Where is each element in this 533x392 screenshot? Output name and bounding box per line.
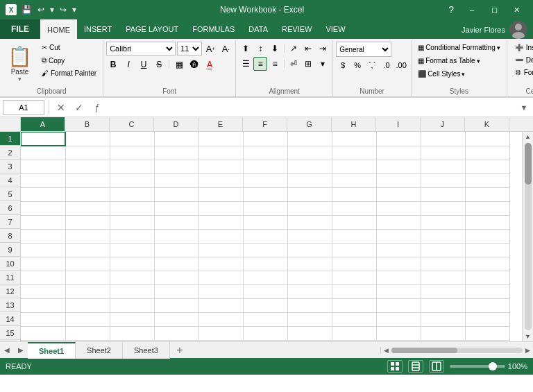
hscroll-right-button[interactable]: ▶ bbox=[525, 347, 530, 354]
cell-I12[interactable] bbox=[376, 284, 421, 298]
number-format-select[interactable]: GeneralNumberCurrencyAccountingDate bbox=[336, 42, 391, 57]
scroll-down-button[interactable]: ▼ bbox=[523, 332, 532, 341]
help-button[interactable]: ? bbox=[446, 3, 457, 17]
cell-K13[interactable] bbox=[465, 298, 509, 312]
cell-K3[interactable] bbox=[465, 160, 509, 173]
cell-D4[interactable] bbox=[154, 173, 198, 187]
cell-A13[interactable] bbox=[21, 298, 65, 312]
tab-data[interactable]: DATA bbox=[242, 19, 275, 39]
increase-font-button[interactable]: A+ bbox=[203, 42, 217, 56]
cell-K11[interactable] bbox=[465, 271, 509, 284]
restore-button[interactable]: ◻ bbox=[483, 0, 505, 19]
cell-C4[interactable] bbox=[110, 173, 154, 187]
cell-A15[interactable] bbox=[21, 326, 65, 340]
cell-C8[interactable] bbox=[110, 229, 154, 243]
cell-H13[interactable] bbox=[332, 298, 376, 312]
cell-H15[interactable] bbox=[332, 326, 376, 340]
cell-A2[interactable] bbox=[21, 146, 65, 160]
sheet-next-button[interactable]: ▶ bbox=[14, 342, 28, 359]
col-header-I[interactable]: I bbox=[376, 117, 421, 131]
vertical-scrollbar[interactable]: ▲ ▼ bbox=[522, 132, 533, 341]
cell-G14[interactable] bbox=[287, 312, 332, 326]
cell-K4[interactable] bbox=[465, 173, 509, 187]
cell-F4[interactable] bbox=[243, 173, 287, 187]
cell-H11[interactable] bbox=[332, 271, 376, 284]
cell-F5[interactable] bbox=[243, 187, 287, 201]
cell-K2[interactable] bbox=[465, 146, 509, 160]
zoom-thumb[interactable] bbox=[489, 362, 497, 370]
cell-G13[interactable] bbox=[287, 298, 332, 312]
format-painter-button[interactable]: 🖌 Format Painter bbox=[38, 67, 100, 79]
decrease-decimal-button[interactable]: .00 bbox=[394, 58, 408, 72]
sheet-tab-2[interactable]: Sheet2 bbox=[76, 342, 123, 359]
tab-page-layout[interactable]: PAGE LAYOUT bbox=[119, 19, 185, 39]
row-header-13[interactable]: 13 bbox=[0, 298, 20, 312]
tab-insert[interactable]: INSERT bbox=[77, 19, 119, 39]
cell-F7[interactable] bbox=[243, 215, 287, 229]
cell-A7[interactable] bbox=[21, 215, 65, 229]
cell-A12[interactable] bbox=[21, 284, 65, 298]
align-center-button[interactable]: ≡ bbox=[253, 57, 267, 71]
conditional-formatting-button[interactable]: ▦ Conditional Formatting ▾ bbox=[414, 42, 504, 53]
cell-D12[interactable] bbox=[154, 284, 198, 298]
cell-H4[interactable] bbox=[332, 173, 376, 187]
cell-E3[interactable] bbox=[198, 160, 243, 173]
col-header-C[interactable]: C bbox=[110, 117, 154, 131]
cell-B2[interactable] bbox=[65, 146, 110, 160]
cell-D6[interactable] bbox=[154, 201, 198, 215]
cell-E1[interactable] bbox=[198, 132, 243, 146]
cell-K10[interactable] bbox=[465, 257, 509, 271]
add-sheet-button[interactable]: + bbox=[170, 342, 189, 359]
delete-button[interactable]: ➖ Delete ▾ bbox=[510, 54, 533, 66]
paste-dropdown-icon[interactable]: ▾ bbox=[18, 76, 22, 83]
cell-I6[interactable] bbox=[376, 201, 421, 215]
formula-input[interactable] bbox=[108, 100, 515, 115]
cell-C10[interactable] bbox=[110, 257, 154, 271]
cell-G11[interactable] bbox=[287, 271, 332, 284]
cell-I5[interactable] bbox=[376, 187, 421, 201]
cell-A4[interactable] bbox=[21, 173, 65, 187]
cell-K14[interactable] bbox=[465, 312, 509, 326]
currency-button[interactable]: $ bbox=[336, 58, 350, 72]
cell-K9[interactable] bbox=[465, 243, 509, 257]
cell-F3[interactable] bbox=[243, 160, 287, 173]
cell-D8[interactable] bbox=[154, 229, 198, 243]
grid-scroll-area[interactable] bbox=[21, 132, 522, 341]
minimize-button[interactable]: – bbox=[461, 0, 483, 19]
align-right-button[interactable]: ≡ bbox=[268, 57, 282, 71]
cell-B5[interactable] bbox=[65, 187, 110, 201]
cell-G5[interactable] bbox=[287, 187, 332, 201]
cell-C15[interactable] bbox=[110, 326, 154, 340]
page-break-view-button[interactable] bbox=[429, 360, 444, 373]
cell-E11[interactable] bbox=[198, 271, 243, 284]
normal-view-button[interactable] bbox=[387, 360, 403, 373]
strikethrough-button[interactable]: S bbox=[152, 58, 166, 71]
cell-E9[interactable] bbox=[198, 243, 243, 257]
tab-view[interactable]: VIEW bbox=[319, 19, 352, 39]
text-direction-button[interactable]: ↗ bbox=[287, 42, 301, 56]
row-header-14[interactable]: 14 bbox=[0, 312, 20, 326]
cell-B9[interactable] bbox=[65, 243, 110, 257]
cell-B3[interactable] bbox=[65, 160, 110, 173]
cell-F10[interactable] bbox=[243, 257, 287, 271]
cell-G15[interactable] bbox=[287, 326, 332, 340]
cell-I8[interactable] bbox=[376, 229, 421, 243]
col-header-K[interactable]: K bbox=[465, 117, 509, 131]
row-header-2[interactable]: 2 bbox=[0, 146, 20, 160]
hscroll-left-button[interactable]: ◀ bbox=[384, 347, 389, 354]
cell-I1[interactable] bbox=[376, 132, 421, 146]
align-middle-button[interactable]: ↕ bbox=[253, 42, 267, 56]
cell-D3[interactable] bbox=[154, 160, 198, 173]
cell-H6[interactable] bbox=[332, 201, 376, 215]
row-header-15[interactable]: 15 bbox=[0, 326, 20, 340]
cut-button[interactable]: ✂ Cut bbox=[38, 42, 100, 53]
row-header-10[interactable]: 10 bbox=[0, 257, 20, 271]
cell-H9[interactable] bbox=[332, 243, 376, 257]
cell-A5[interactable] bbox=[21, 187, 65, 201]
cell-I4[interactable] bbox=[376, 173, 421, 187]
tab-formulas[interactable]: FORMULAS bbox=[185, 19, 242, 39]
cell-J4[interactable] bbox=[421, 173, 465, 187]
insert-button[interactable]: ➕ Insert ▾ bbox=[510, 42, 533, 53]
cell-H8[interactable] bbox=[332, 229, 376, 243]
cell-A9[interactable] bbox=[21, 243, 65, 257]
